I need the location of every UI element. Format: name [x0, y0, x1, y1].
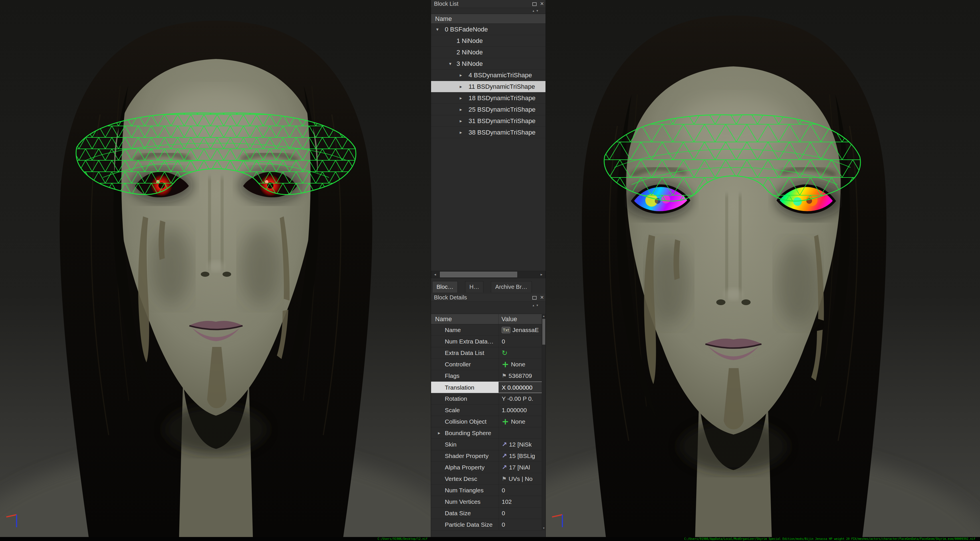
close-dock-icon[interactable]: × — [540, 295, 544, 300]
expander-closed-icon[interactable]: ▸ — [460, 104, 462, 115]
expander-open-icon[interactable]: ▾ — [436, 24, 439, 35]
detail-value: 12 [NiSk — [509, 439, 531, 450]
block-link-icon[interactable]: ↗ — [502, 464, 507, 471]
viewport-right[interactable] — [546, 0, 980, 537]
tree-item-label: 0 BSFadeNode — [431, 24, 546, 35]
text-field-icon: Txt — [502, 327, 510, 333]
tree-item-trishape-25[interactable]: ▸ 25 BSDynamicTriShape — [431, 104, 546, 115]
detail-row-num-extra-data[interactable]: Num Extra Data… 0 — [431, 336, 542, 347]
detail-row-flags[interactable]: Flags ⚑ 5368709 — [431, 370, 542, 381]
block-list-tree: ▾ 0 BSFadeNode 1 NiNode 2 NiNode ▾ 3 NiN… — [431, 24, 546, 138]
detail-row-data-size[interactable]: Data Size 0 — [431, 507, 542, 519]
vertical-scrollbar[interactable]: ▴ ▾ — [542, 314, 546, 530]
refresh-icon[interactable]: ↻ — [502, 349, 508, 356]
tree-item-trishape-31[interactable]: ▸ 31 BSDynamicTriShape — [431, 115, 546, 127]
detail-row-rotation[interactable]: Rotation Y -0.00 P 0. — [431, 393, 542, 404]
detail-value: 5368709 — [509, 370, 532, 381]
detail-value: X 0.000000 — [502, 382, 532, 393]
expander-closed-icon[interactable]: ▸ — [460, 93, 462, 104]
dock-panel: Block List × ▴ ▾ Name ▾ 0 BSFadeNode 1 N… — [431, 0, 546, 537]
scroll-up-icon[interactable]: ▴ — [533, 303, 535, 307]
status-bar: C:/Users/91986/Desktop/l2.nif C:/Users/9… — [0, 537, 980, 541]
detail-row-translation[interactable]: Translation X 0.000000 — [431, 381, 542, 393]
left-file-path: C:/Users/91986/Desktop/l2.nif — [378, 537, 428, 540]
tree-item-trishape-4[interactable]: ▸ 4 BSDynamicTriShape — [431, 70, 546, 81]
tree-item-trishape-18[interactable]: ▸ 18 BSDynamicTriShape — [431, 93, 546, 104]
expander-closed-icon[interactable]: ▸ — [460, 70, 462, 81]
tree-item-label: 1 NiNode — [431, 35, 546, 46]
scrollbar-thumb[interactable] — [542, 319, 545, 345]
flags-icon: ⚑ — [502, 373, 507, 378]
detail-value: None — [511, 416, 525, 427]
detail-row-skin[interactable]: Skin ↗ 12 [NiSk — [431, 439, 542, 450]
expander-closed-icon[interactable]: ▸ — [460, 127, 462, 138]
detail-value: JenassaE — [512, 324, 539, 335]
tab-header[interactable]: H… — [465, 281, 484, 292]
detail-row-collision-object[interactable]: Collision Object + None — [431, 416, 542, 428]
tree-item-label: 38 BSDynamicTriShape — [431, 127, 546, 138]
tree-item-trishape-38[interactable]: ▸ 38 BSDynamicTriShape — [431, 127, 546, 138]
float-dock-icon[interactable] — [532, 2, 537, 6]
add-link-icon[interactable]: + — [502, 360, 509, 369]
tab-archive-browser[interactable]: Archive Br… — [491, 281, 531, 292]
detail-value: Y -0.00 P 0. — [502, 393, 533, 404]
detail-row-extra-data-list[interactable]: Extra Data List ↻ — [431, 347, 542, 359]
detail-value: 1.000000 — [502, 404, 527, 416]
detail-value: 0 — [502, 336, 505, 347]
details-name-column-label: Name — [431, 314, 499, 324]
tree-item-bsfadenode[interactable]: ▾ 0 BSFadeNode — [431, 24, 546, 35]
block-details-titlebar: Block Details × — [431, 294, 546, 302]
tab-block-list[interactable]: Bloc… — [432, 281, 458, 292]
add-link-icon[interactable]: + — [502, 417, 509, 426]
details-scroll-arrows: ▴ ▾ — [533, 303, 538, 307]
scroll-left-icon[interactable]: ◂ — [431, 271, 439, 278]
right-file-path: C:/Users/91986/AppData/Local/ModOrganize… — [684, 537, 975, 540]
tree-item-ninode-1[interactable]: 1 NiNode — [431, 35, 546, 47]
detail-row-name[interactable]: Name Txt JenassaE — [431, 324, 542, 336]
tree-item-label: 11 BSDynamicTriShape — [431, 81, 546, 92]
tree-item-label: 18 BSDynamicTriShape — [431, 93, 546, 104]
detail-row-particle-data-size[interactable]: Particle Data Size 0 — [431, 519, 542, 530]
detail-value: 17 [NiAl — [509, 462, 530, 473]
block-link-icon[interactable]: ↗ — [502, 441, 507, 448]
detail-row-vertex-desc[interactable]: Vertex Desc ⚑ UVs | No — [431, 473, 542, 485]
scroll-up-icon[interactable]: ▴ — [542, 314, 546, 318]
float-dock-icon[interactable] — [532, 296, 537, 300]
tree-item-label: 4 BSDynamicTriShape — [431, 70, 546, 81]
scroll-up-icon[interactable]: ▴ — [533, 9, 535, 13]
block-details-table: Name Txt JenassaE Num Extra Data… 0 Extr… — [431, 324, 542, 530]
tree-item-ninode-2[interactable]: 2 NiNode — [431, 47, 546, 58]
scrollbar-thumb[interactable] — [440, 272, 517, 278]
close-dock-icon[interactable]: × — [540, 1, 544, 6]
detail-row-shader-property[interactable]: Shader Property ↗ 15 [BSLig — [431, 450, 542, 462]
tree-item-ninode-3[interactable]: ▾ 3 NiNode — [431, 58, 546, 70]
detail-row-num-vertices[interactable]: Num Vertices 102 — [431, 496, 542, 507]
detail-row-controller[interactable]: Controller + None — [431, 359, 542, 370]
tree-item-label: 2 NiNode — [431, 47, 546, 58]
block-details-title: Block Details — [434, 294, 467, 300]
detail-row-bounding-sphere[interactable]: ▸ Bounding Sphere — [431, 428, 542, 439]
flags-icon: ⚑ — [502, 476, 507, 482]
horizontal-scrollbar[interactable]: ◂ ▸ — [431, 271, 546, 278]
tree-item-trishape-11[interactable]: ▸ 11 BSDynamicTriShape — [431, 81, 546, 93]
expander-closed-icon[interactable]: ▸ — [460, 81, 462, 93]
block-link-icon[interactable]: ↗ — [502, 453, 507, 459]
detail-value: None — [511, 359, 525, 370]
scroll-down-icon[interactable]: ▾ — [542, 526, 546, 530]
block-list-title: Block List — [434, 1, 458, 7]
detail-value: UVs | No — [509, 473, 533, 484]
detail-row-num-triangles[interactable]: Num Triangles 0 — [431, 485, 542, 496]
scroll-right-icon[interactable]: ▸ — [538, 271, 545, 278]
viewport-left[interactable] — [0, 0, 431, 537]
expander-closed-icon[interactable]: ▸ — [438, 428, 440, 439]
scroll-down-icon[interactable]: ▾ — [536, 303, 538, 307]
dock-tabbar: Bloc… H… Archive Br… — [431, 279, 546, 292]
scroll-down-icon[interactable]: ▾ — [536, 9, 538, 13]
expander-closed-icon[interactable]: ▸ — [460, 115, 462, 127]
detail-row-alpha-property[interactable]: Alpha Property ↗ 17 [NiAl — [431, 462, 542, 473]
tree-item-label: 3 NiNode — [431, 58, 546, 69]
detail-row-scale[interactable]: Scale 1.000000 — [431, 404, 542, 416]
expander-open-icon[interactable]: ▾ — [449, 58, 451, 70]
detail-name: Bounding Sphere — [445, 430, 491, 436]
block-list-column-header: Name — [431, 14, 546, 24]
